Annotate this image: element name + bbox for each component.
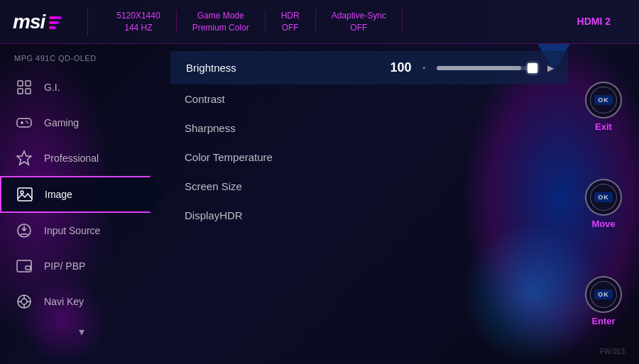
header: msi 5120X1440 144 HZ Game Mode Premium C… [0, 0, 639, 44]
slider-arrow-right-icon: ▶ [547, 63, 554, 73]
sidebar-input-label: Input Source [44, 225, 100, 236]
exit-ok-text: OK [594, 95, 613, 105]
sidebar-item-input-source[interactable]: Input Source [0, 213, 163, 248]
adaptive-sync-label: Adaptive-Sync [332, 10, 386, 22]
pip-svg [16, 258, 33, 275]
header-resolution: 5120X1440 144 HZ [101, 10, 176, 34]
header-hdr: HDR OFF [266, 10, 316, 34]
screen-size-label: Screen Size [185, 180, 242, 192]
gamepad-icon [14, 113, 34, 133]
exit-button[interactable]: OK Exit [585, 82, 622, 132]
input-svg [16, 222, 33, 239]
enter-label: Enter [591, 316, 615, 326]
header-divider-1 [87, 8, 88, 36]
move-button[interactable]: OK Move [585, 179, 622, 229]
chevron-down-icon[interactable]: ▾ [0, 319, 163, 344]
move-btn-circle: OK [585, 179, 622, 216]
main-area: MPG 491C QD-OLED G.I. [0, 44, 639, 364]
sidebar-item-navi-key[interactable]: Navi Key [0, 284, 163, 319]
enter-button[interactable]: OK Enter [585, 276, 622, 326]
content-item-display-hdr[interactable]: DisplayHDR [170, 201, 568, 230]
display-hdr-label: DisplayHDR [185, 209, 243, 221]
svg-point-7 [26, 121, 27, 122]
input-icon [14, 221, 34, 241]
content-item-contrast[interactable]: Contrast [170, 84, 568, 114]
sidebar-pip-label: PIP/ PBP [44, 260, 85, 272]
sidebar-gi-label: G.I. [44, 82, 60, 93]
msi-bar-2 [49, 21, 59, 24]
msi-bar-1 [49, 16, 62, 19]
move-ok-text: OK [594, 192, 613, 202]
svg-rect-16 [26, 266, 31, 270]
move-btn-inner: OK [590, 184, 617, 211]
sidebar-item-professional[interactable]: Professional [0, 140, 163, 176]
brightness-controls: 100 • ▶ [383, 60, 554, 75]
game-mode-label: Game Mode [197, 10, 244, 22]
svg-point-11 [21, 191, 23, 194]
exit-btn-circle: OK [585, 82, 622, 118]
hz-value: 144 HZ [124, 22, 152, 34]
svg-point-8 [27, 122, 28, 123]
adaptive-sync-value: OFF [350, 22, 367, 34]
svg-rect-10 [18, 188, 32, 201]
enter-ok-text: OK [594, 289, 613, 299]
slider-dot: • [422, 64, 425, 72]
sidebar-navi-label: Navi Key [44, 296, 84, 307]
sidebar-item-gi[interactable]: G.I. [0, 70, 163, 105]
connection-value: HDMI 2 [577, 15, 611, 29]
brightness-value: 100 [383, 60, 411, 75]
sidebar-professional-label: Professional [44, 153, 99, 164]
svg-point-18 [21, 299, 27, 304]
msi-logo: msi [13, 12, 45, 32]
firmware-label: FW:013 [600, 348, 625, 355]
svg-rect-0 [18, 81, 23, 86]
brightness-label: Brightness [186, 62, 236, 74]
right-controls: OK Exit OK Move OK Ent [568, 44, 639, 364]
msi-bars-decoration [49, 16, 62, 29]
color-temperature-label: Color Temperature [185, 151, 273, 163]
navi-svg [16, 293, 33, 310]
resolution-value: 5120X1440 [116, 10, 160, 22]
svg-marker-9 [17, 151, 31, 165]
sharpness-label: Sharpness [185, 122, 236, 134]
contrast-label: Contrast [185, 93, 225, 105]
pip-icon [14, 256, 34, 276]
sidebar-item-image[interactable]: Image [0, 176, 163, 213]
slider-thumb [528, 63, 537, 73]
hdr-label: HDR [281, 10, 300, 22]
game-mode-value: Premium Color [192, 22, 249, 34]
app-container: msi 5120X1440 144 HZ Game Mode Premium C… [0, 0, 639, 364]
sidebar: MPG 491C QD-OLED G.I. [0, 44, 163, 364]
msi-bar-3 [49, 26, 56, 29]
header-adaptive-sync: Adaptive-Sync OFF [316, 10, 403, 34]
header-info: 5120X1440 144 HZ Game Mode Premium Color… [101, 10, 626, 34]
gaming-svg [16, 114, 33, 131]
content-item-screen-size[interactable]: Screen Size [170, 172, 568, 201]
sidebar-item-gaming[interactable]: Gaming [0, 105, 163, 140]
brightness-slider[interactable] [437, 66, 536, 70]
logo-area: msi [13, 12, 62, 32]
svg-rect-3 [26, 89, 31, 94]
grid-icon [14, 77, 34, 97]
header-connection: HDMI 2 [562, 15, 626, 29]
move-label: Move [591, 219, 615, 229]
monitor-label: MPG 491C QD-OLED [0, 51, 163, 70]
exit-btn-inner: OK [590, 87, 617, 114]
sidebar-gaming-label: Gaming [44, 117, 79, 128]
hdr-value: OFF [282, 22, 299, 34]
image-icon [15, 184, 35, 204]
content-item-sharpness[interactable]: Sharpness [170, 114, 568, 143]
svg-rect-2 [18, 89, 23, 94]
sidebar-item-pip-pbp[interactable]: PIP/ PBP [0, 248, 163, 284]
gi-svg [16, 79, 33, 96]
content-item-brightness[interactable]: Brightness 100 • ▶ [170, 51, 568, 84]
enter-btn-inner: OK [590, 281, 617, 308]
navi-icon [14, 292, 34, 311]
svg-rect-1 [26, 81, 31, 86]
image-svg [16, 186, 33, 203]
header-game-mode: Game Mode Premium Color [177, 10, 266, 34]
star-icon [14, 148, 34, 168]
professional-svg [16, 150, 33, 167]
slider-fill [437, 66, 521, 70]
content-item-color-temperature[interactable]: Color Temperature [170, 143, 568, 172]
